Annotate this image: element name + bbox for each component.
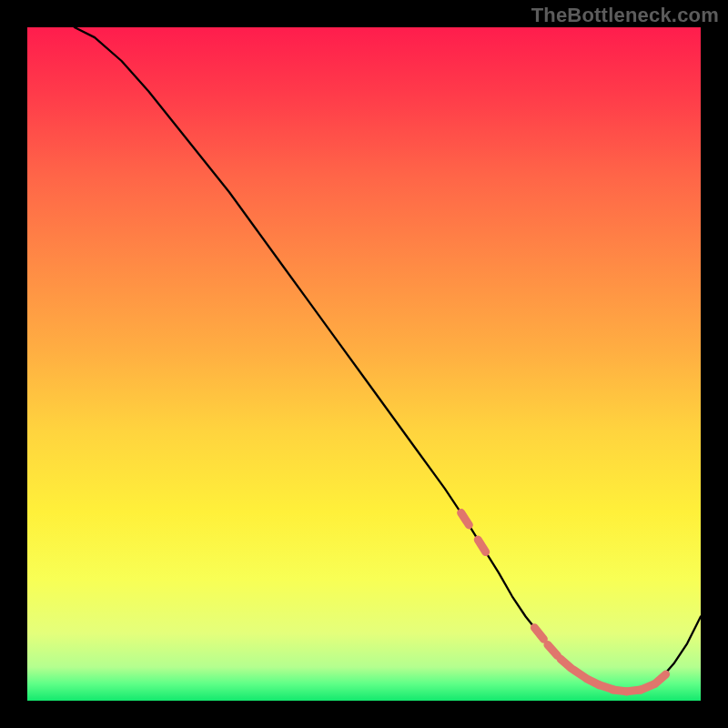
plot-area bbox=[27, 27, 701, 701]
chart-frame: TheBottleneck.com bbox=[0, 0, 728, 728]
watermark-label: TheBottleneck.com bbox=[531, 4, 719, 27]
plot-svg bbox=[27, 27, 701, 701]
gradient-background bbox=[27, 27, 701, 701]
